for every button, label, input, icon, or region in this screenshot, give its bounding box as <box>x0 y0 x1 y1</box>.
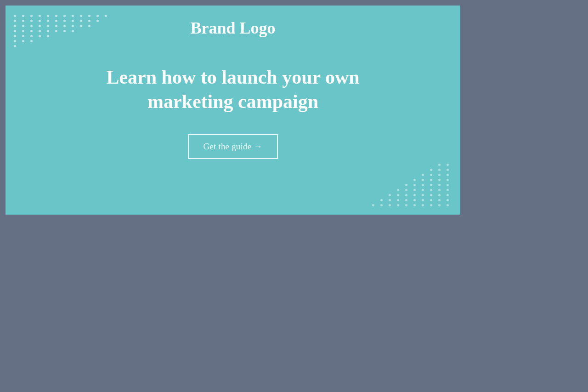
dots-top-left-pattern <box>14 15 110 47</box>
page-wrapper: Brand Logo Learn how to launch your own … <box>0 0 588 220</box>
hero-card: Brand Logo Learn how to launch your own … <box>6 6 460 215</box>
brand-logo: Brand Logo <box>190 18 275 38</box>
hero-headline: Learn how to launch your own marketing c… <box>106 65 359 114</box>
get-the-guide-button[interactable]: Get the guide → <box>188 134 278 159</box>
dots-bottom-right-pattern <box>356 164 452 206</box>
